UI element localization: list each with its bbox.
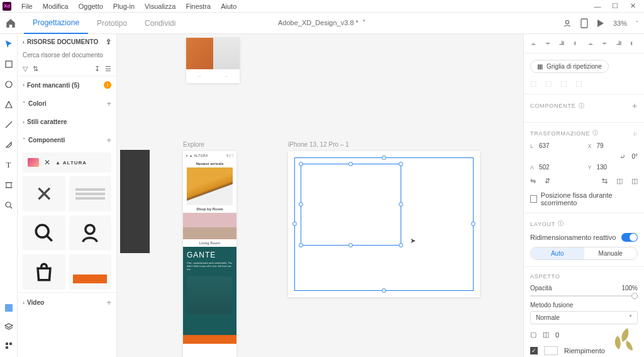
assets-search-input[interactable] bbox=[23, 52, 111, 59]
corner2-icon[interactable]: ◫ bbox=[631, 177, 638, 185]
repeat-grid-button[interactable]: ▦Griglia di ripetizione bbox=[530, 60, 609, 73]
artboard-tool-icon[interactable] bbox=[4, 180, 14, 190]
close-icon[interactable]: ✕ bbox=[624, 2, 641, 10]
height-input[interactable]: 502 bbox=[539, 164, 550, 171]
fixed-position-checkbox[interactable] bbox=[530, 195, 537, 203]
boolean-subtract-icon[interactable]: ⬚ bbox=[545, 79, 552, 88]
artboard-explore[interactable]: Explore ✕▲ALTURA⚲ | ♡ Newest arrivals Sh… bbox=[183, 151, 236, 357]
list-small-icon[interactable]: ↧ bbox=[94, 65, 100, 73]
align-right-icon[interactable]: ⫡ bbox=[558, 39, 567, 48]
back-chevron-icon[interactable]: ‹ bbox=[23, 39, 25, 45]
fill-checkbox[interactable]: ✓ bbox=[530, 347, 538, 354]
add-component-icon[interactable]: + bbox=[106, 135, 111, 145]
menu-object[interactable]: Oggetto bbox=[74, 3, 108, 10]
tab-share[interactable]: Condividi bbox=[136, 13, 184, 34]
layers-panel-icon[interactable] bbox=[4, 322, 14, 332]
component-lines[interactable] bbox=[69, 176, 112, 212]
rotate-icon[interactable]: ⤾ bbox=[620, 153, 625, 160]
section-colors[interactable]: ˅Colori+ bbox=[18, 94, 116, 113]
menu-window[interactable]: Finestra bbox=[180, 3, 216, 10]
menu-help[interactable]: Aiuto bbox=[216, 3, 242, 10]
flip-h-icon[interactable]: ⇋ bbox=[530, 177, 536, 185]
fill-color-swatch[interactable] bbox=[544, 346, 558, 355]
seg-auto[interactable]: Auto bbox=[531, 247, 584, 259]
artboard-label[interactable]: Explore bbox=[183, 141, 204, 148]
document-title[interactable]: Adobe_XD_Design_v3.8 * ˅ bbox=[278, 19, 366, 27]
artboard-label[interactable]: iPhone 13, 12 Pro – 1 bbox=[288, 141, 349, 148]
section-video[interactable]: ›Video+ bbox=[18, 292, 116, 312]
share-assets-icon[interactable]: ⇪ bbox=[106, 38, 111, 46]
menu-file[interactable]: File bbox=[16, 3, 38, 10]
component-x[interactable]: ✕ bbox=[23, 176, 65, 212]
plugins-panel-icon[interactable] bbox=[4, 341, 14, 351]
component-search[interactable] bbox=[23, 215, 65, 251]
maximize-icon[interactable]: ☐ bbox=[606, 2, 624, 10]
pen-tool-icon[interactable] bbox=[4, 140, 14, 150]
align-center-h-icon[interactable]: ⫟ bbox=[545, 39, 553, 48]
boolean-exclude-icon[interactable]: ⬚ bbox=[575, 79, 582, 88]
polygon-tool-icon[interactable] bbox=[4, 99, 14, 110]
align-left-icon[interactable]: ⫠ bbox=[530, 39, 538, 48]
y-input[interactable]: 130 bbox=[597, 164, 608, 171]
width-input[interactable]: 637 bbox=[539, 142, 550, 149]
seg-manual[interactable]: Manuale bbox=[584, 247, 638, 259]
sort-icon[interactable]: ⇅ bbox=[33, 65, 38, 73]
opacity-value[interactable]: 100% bbox=[621, 285, 638, 292]
menu-plugin[interactable]: Plug-in bbox=[108, 3, 140, 10]
align-middle-icon[interactable]: ⫟ bbox=[601, 39, 609, 48]
filter-icon[interactable]: ▽ bbox=[23, 65, 28, 73]
selection-inner[interactable] bbox=[301, 164, 401, 246]
artboard-iphone[interactable]: iPhone 13, 12 Pro – 1 bbox=[288, 151, 480, 297]
component-user[interactable] bbox=[69, 215, 112, 251]
add-color-icon[interactable]: + bbox=[106, 99, 111, 108]
section-missing-fonts[interactable]: ›Font mancanti (5) ! bbox=[18, 76, 116, 94]
boolean-add-icon[interactable]: ⬚ bbox=[530, 79, 536, 88]
artboard-thumbnail[interactable]: ······ bbox=[186, 38, 240, 83]
rectangle-tool-icon[interactable] bbox=[4, 59, 14, 69]
radius-input[interactable]: 0 bbox=[555, 331, 559, 339]
lock-aspect-icon[interactable]: ⇆ bbox=[602, 177, 608, 185]
add-component-plus-icon[interactable]: + bbox=[632, 101, 638, 111]
minimize-icon[interactable]: — bbox=[589, 3, 606, 10]
align-dist-icon[interactable]: ⫞ bbox=[573, 39, 581, 48]
corner-icon[interactable]: ◫ bbox=[616, 177, 623, 185]
dark-artboard[interactable] bbox=[120, 150, 150, 253]
play-icon[interactable] bbox=[597, 19, 604, 28]
menu-edit[interactable]: Modifica bbox=[38, 3, 74, 10]
layout-segmented[interactable]: Auto Manuale bbox=[530, 247, 638, 260]
component-header[interactable]: ✕ ▲ ALTURA bbox=[23, 152, 111, 173]
component-button[interactable] bbox=[69, 254, 112, 290]
corner-each-icon[interactable]: ◫ bbox=[543, 331, 549, 339]
blend-mode-select[interactable]: Normale˅ bbox=[530, 311, 638, 324]
flip-v-icon[interactable]: ⇵ bbox=[545, 177, 550, 185]
component-bag[interactable] bbox=[23, 254, 65, 290]
rotation-input[interactable]: 0° bbox=[631, 153, 638, 160]
section-char-styles[interactable]: ›Stili carattere bbox=[18, 113, 116, 130]
info-icon[interactable]: ⓘ bbox=[592, 129, 599, 137]
cloud-user-icon[interactable] bbox=[563, 19, 572, 28]
zoom-chevron-icon[interactable]: ˅ bbox=[636, 20, 639, 26]
align-dist-v-icon[interactable]: ⫞ bbox=[630, 39, 638, 48]
device-preview-icon[interactable] bbox=[580, 18, 588, 28]
info-icon[interactable]: ⓘ bbox=[558, 220, 564, 228]
text-tool-icon[interactable]: T bbox=[4, 160, 14, 170]
ellipse-tool-icon[interactable] bbox=[4, 79, 14, 89]
corner-all-icon[interactable]: ▢ bbox=[530, 331, 536, 339]
x-input[interactable]: 79 bbox=[597, 142, 604, 149]
home-icon[interactable] bbox=[5, 18, 16, 29]
tab-design[interactable]: Progettazione bbox=[24, 13, 88, 34]
assets-panel-icon[interactable] bbox=[4, 303, 14, 313]
list-view-icon[interactable]: ☰ bbox=[105, 65, 111, 73]
canvas[interactable]: ······ Explore ✕▲ALTURA⚲ | ♡ Newest arri… bbox=[117, 34, 523, 357]
select-tool-icon[interactable] bbox=[4, 39, 14, 49]
3d-icon[interactable]: ⟀ bbox=[634, 130, 638, 137]
opacity-slider[interactable] bbox=[530, 295, 638, 297]
section-components[interactable]: ˅Componenti+ bbox=[18, 130, 116, 150]
zoom-level[interactable]: 33% bbox=[613, 20, 627, 27]
info-icon[interactable]: ⓘ bbox=[579, 102, 585, 110]
tab-prototype[interactable]: Prototipo bbox=[88, 13, 136, 34]
add-video-icon[interactable]: + bbox=[106, 298, 111, 307]
menu-view[interactable]: Visualizza bbox=[140, 3, 180, 10]
align-bottom-icon[interactable]: ⫡ bbox=[616, 39, 624, 48]
responsive-toggle[interactable] bbox=[621, 233, 638, 242]
